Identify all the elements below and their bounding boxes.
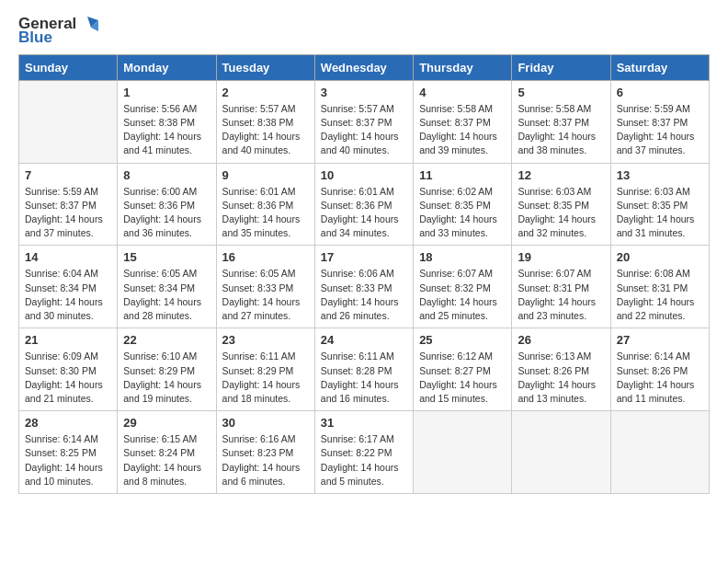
day-detail: Sunrise: 6:01 AMSunset: 8:36 PMDaylight:…	[321, 185, 407, 241]
page-header: General Blue	[18, 15, 710, 47]
day-number: 28	[25, 416, 111, 430]
day-detail: Sunrise: 6:03 AMSunset: 8:35 PMDaylight:…	[617, 185, 703, 241]
header-thursday: Thursday	[414, 54, 512, 80]
day-detail: Sunrise: 6:13 AMSunset: 8:26 PMDaylight:…	[518, 350, 604, 406]
day-detail: Sunrise: 6:00 AMSunset: 8:36 PMDaylight:…	[123, 185, 210, 241]
day-number: 24	[321, 333, 407, 347]
day-number: 4	[419, 86, 506, 99]
calendar-cell	[512, 411, 610, 494]
calendar-cell	[610, 411, 709, 494]
calendar-cell: 27Sunrise: 6:14 AMSunset: 8:26 PMDayligh…	[610, 328, 709, 411]
day-detail: Sunrise: 6:05 AMSunset: 8:33 PMDaylight:…	[222, 267, 309, 323]
calendar-cell: 1Sunrise: 5:56 AMSunset: 8:38 PMDaylight…	[118, 80, 216, 163]
day-number: 16	[222, 250, 309, 264]
day-number: 5	[518, 86, 604, 99]
calendar-table: SundayMondayTuesdayWednesdayThursdayFrid…	[18, 54, 710, 494]
calendar-cell: 28Sunrise: 6:14 AMSunset: 8:25 PMDayligh…	[19, 411, 118, 494]
day-number: 11	[419, 168, 506, 182]
day-number: 27	[617, 333, 703, 347]
day-number: 9	[222, 168, 309, 182]
calendar-cell: 7Sunrise: 5:59 AMSunset: 8:37 PMDaylight…	[19, 163, 118, 246]
header-wednesday: Wednesday	[314, 54, 413, 80]
day-detail: Sunrise: 6:11 AMSunset: 8:28 PMDaylight:…	[321, 350, 407, 406]
day-detail: Sunrise: 5:58 AMSunset: 8:37 PMDaylight:…	[518, 102, 604, 158]
calendar-cell: 20Sunrise: 6:08 AMSunset: 8:31 PMDayligh…	[610, 246, 709, 328]
day-number: 29	[123, 416, 210, 430]
calendar-cell: 16Sunrise: 6:05 AMSunset: 8:33 PMDayligh…	[216, 246, 314, 328]
calendar-cell: 25Sunrise: 6:12 AMSunset: 8:27 PMDayligh…	[414, 328, 512, 411]
logo-wrapper: General Blue	[18, 15, 98, 47]
day-detail: Sunrise: 6:17 AMSunset: 8:22 PMDaylight:…	[321, 432, 407, 488]
calendar-cell: 11Sunrise: 6:02 AMSunset: 8:35 PMDayligh…	[414, 163, 512, 246]
day-detail: Sunrise: 6:01 AMSunset: 8:36 PMDaylight:…	[222, 185, 309, 241]
day-detail: Sunrise: 6:08 AMSunset: 8:31 PMDaylight:…	[617, 267, 703, 323]
calendar-cell: 14Sunrise: 6:04 AMSunset: 8:34 PMDayligh…	[19, 246, 118, 328]
day-detail: Sunrise: 6:03 AMSunset: 8:35 PMDaylight:…	[518, 185, 604, 241]
calendar-cell: 21Sunrise: 6:09 AMSunset: 8:30 PMDayligh…	[19, 328, 118, 411]
day-number: 7	[25, 168, 111, 182]
day-number: 6	[617, 86, 703, 99]
calendar-cell: 8Sunrise: 6:00 AMSunset: 8:36 PMDaylight…	[118, 163, 216, 246]
day-number: 8	[123, 168, 210, 182]
calendar-cell: 17Sunrise: 6:06 AMSunset: 8:33 PMDayligh…	[314, 246, 413, 328]
day-detail: Sunrise: 5:59 AMSunset: 8:37 PMDaylight:…	[617, 102, 703, 158]
day-number: 15	[123, 250, 210, 264]
calendar-cell: 2Sunrise: 5:57 AMSunset: 8:38 PMDaylight…	[216, 80, 314, 163]
day-detail: Sunrise: 6:15 AMSunset: 8:24 PMDaylight:…	[123, 432, 210, 488]
calendar-header-row: SundayMondayTuesdayWednesdayThursdayFrid…	[19, 54, 710, 80]
day-number: 23	[222, 333, 309, 347]
day-detail: Sunrise: 6:16 AMSunset: 8:23 PMDaylight:…	[222, 432, 309, 488]
day-detail: Sunrise: 6:14 AMSunset: 8:25 PMDaylight:…	[25, 432, 111, 488]
calendar-cell: 5Sunrise: 5:58 AMSunset: 8:37 PMDaylight…	[512, 80, 610, 163]
day-number: 12	[518, 168, 604, 182]
calendar-cell	[414, 411, 512, 494]
logo: General Blue	[18, 15, 98, 47]
day-number: 3	[321, 86, 407, 99]
calendar-cell: 13Sunrise: 6:03 AMSunset: 8:35 PMDayligh…	[610, 163, 709, 246]
day-detail: Sunrise: 6:14 AMSunset: 8:26 PMDaylight:…	[617, 350, 703, 406]
logo-blue: Blue	[18, 29, 98, 47]
day-detail: Sunrise: 6:06 AMSunset: 8:33 PMDaylight:…	[321, 267, 407, 323]
day-detail: Sunrise: 6:07 AMSunset: 8:31 PMDaylight:…	[518, 267, 604, 323]
calendar-cell: 18Sunrise: 6:07 AMSunset: 8:32 PMDayligh…	[414, 246, 512, 328]
day-number: 31	[321, 416, 407, 430]
header-friday: Friday	[512, 54, 610, 80]
day-number: 25	[419, 333, 506, 347]
calendar-cell: 12Sunrise: 6:03 AMSunset: 8:35 PMDayligh…	[512, 163, 610, 246]
calendar-cell: 10Sunrise: 6:01 AMSunset: 8:36 PMDayligh…	[314, 163, 413, 246]
calendar-week-5: 28Sunrise: 6:14 AMSunset: 8:25 PMDayligh…	[19, 411, 710, 494]
calendar-cell: 29Sunrise: 6:15 AMSunset: 8:24 PMDayligh…	[118, 411, 216, 494]
calendar-cell: 9Sunrise: 6:01 AMSunset: 8:36 PMDaylight…	[216, 163, 314, 246]
header-tuesday: Tuesday	[216, 54, 314, 80]
calendar-week-1: 1Sunrise: 5:56 AMSunset: 8:38 PMDaylight…	[19, 80, 710, 163]
calendar-cell: 15Sunrise: 6:05 AMSunset: 8:34 PMDayligh…	[118, 246, 216, 328]
calendar-cell: 22Sunrise: 6:10 AMSunset: 8:29 PMDayligh…	[118, 328, 216, 411]
day-detail: Sunrise: 6:04 AMSunset: 8:34 PMDaylight:…	[25, 267, 111, 323]
day-number: 26	[518, 333, 604, 347]
calendar-cell: 31Sunrise: 6:17 AMSunset: 8:22 PMDayligh…	[314, 411, 413, 494]
calendar-cell	[19, 80, 118, 163]
day-number: 20	[617, 250, 703, 264]
header-saturday: Saturday	[610, 54, 709, 80]
day-detail: Sunrise: 6:02 AMSunset: 8:35 PMDaylight:…	[419, 185, 506, 241]
day-number: 1	[123, 86, 210, 99]
day-detail: Sunrise: 5:56 AMSunset: 8:38 PMDaylight:…	[123, 102, 210, 158]
calendar-week-4: 21Sunrise: 6:09 AMSunset: 8:30 PMDayligh…	[19, 328, 710, 411]
calendar-cell: 6Sunrise: 5:59 AMSunset: 8:37 PMDaylight…	[610, 80, 709, 163]
calendar-cell: 24Sunrise: 6:11 AMSunset: 8:28 PMDayligh…	[314, 328, 413, 411]
day-number: 2	[222, 86, 309, 99]
day-detail: Sunrise: 5:57 AMSunset: 8:38 PMDaylight:…	[222, 102, 309, 158]
day-detail: Sunrise: 6:07 AMSunset: 8:32 PMDaylight:…	[419, 267, 506, 323]
header-monday: Monday	[118, 54, 216, 80]
day-detail: Sunrise: 6:10 AMSunset: 8:29 PMDaylight:…	[123, 350, 210, 406]
calendar-cell: 26Sunrise: 6:13 AMSunset: 8:26 PMDayligh…	[512, 328, 610, 411]
day-number: 22	[123, 333, 210, 347]
day-detail: Sunrise: 5:59 AMSunset: 8:37 PMDaylight:…	[25, 185, 111, 241]
day-number: 10	[321, 168, 407, 182]
day-number: 21	[25, 333, 111, 347]
day-detail: Sunrise: 5:57 AMSunset: 8:37 PMDaylight:…	[321, 102, 407, 158]
day-number: 13	[617, 168, 703, 182]
calendar-cell: 23Sunrise: 6:11 AMSunset: 8:29 PMDayligh…	[216, 328, 314, 411]
header-sunday: Sunday	[19, 54, 118, 80]
day-detail: Sunrise: 6:12 AMSunset: 8:27 PMDaylight:…	[419, 350, 506, 406]
